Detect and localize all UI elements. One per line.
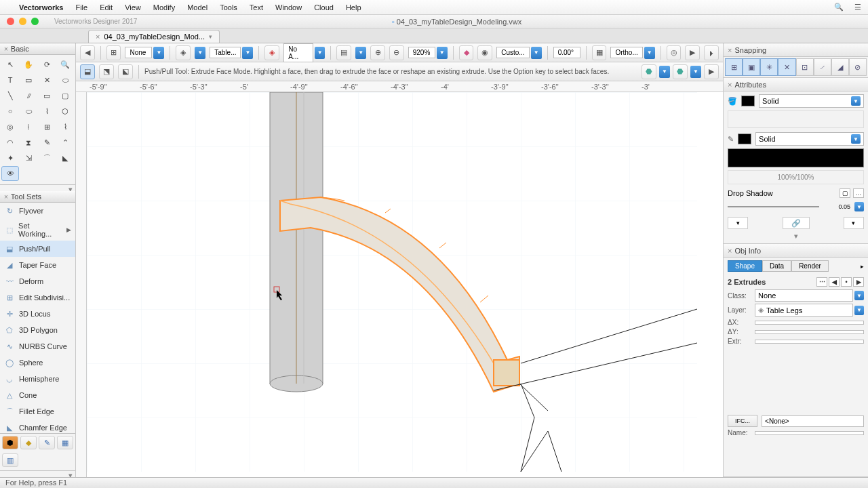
grid-tool[interactable]: ⊞ [38,119,56,134]
menu-edit[interactable]: Edit [100,3,113,12]
sel-next-button[interactable]: ▶ [853,277,864,287]
tab-overflow-icon[interactable]: ▸ [861,263,864,270]
window-close-button[interactable] [7,18,14,25]
toolset-cat-1[interactable]: ⬢ [2,436,18,449]
toolset-item-sphere[interactable]: ◯Sphere [0,354,75,371]
ds-toggle[interactable]: ▢ [840,188,850,198]
reshape-tool[interactable]: ⬭ [56,73,74,87]
oval-tool[interactable]: ⬭ [20,104,37,119]
saved-view-button[interactable]: ▤ [336,45,351,60]
delete-tool[interactable]: ✕ [38,73,56,87]
rounded-rect-tool[interactable]: ▢ [56,88,74,103]
pan-tool[interactable]: ✋ [20,57,37,72]
clip-tool[interactable]: ⌒ [38,150,56,165]
toolset-item-cone[interactable]: △Cone [0,387,75,403]
window-zoom-button[interactable] [31,18,39,25]
tab-chevron-icon[interactable]: ▾ [209,33,212,40]
snap-smart-button[interactable]: ⊡ [796,58,814,76]
pen-mode-dropdown[interactable]: Solid▼ [755,132,864,146]
toolset-item-chamfer-edge[interactable]: ◣Chamfer Edge [0,420,75,433]
line-weight-chev[interactable]: ▼ [854,202,864,211]
dy-field[interactable] [755,330,864,334]
freehand-tool[interactable]: ⌇ [56,119,74,134]
dx-field[interactable] [755,321,864,325]
snap-grid-button[interactable]: ⊞ [725,58,743,76]
sel-prev-button[interactable]: ◀ [829,277,840,287]
nav-back-button[interactable]: ◀ [80,45,95,60]
toolsets-close-icon[interactable]: × [4,193,8,201]
text-tool[interactable]: T [1,73,19,87]
name-field[interactable] [755,431,864,435]
spiral-tool[interactable]: ◎ [1,119,19,134]
class-dropdown[interactable]: No A...▼ [283,43,325,62]
help-b-chev[interactable]: ▼ [690,64,701,79]
toolset-item-3d-polygon[interactable]: ⬠3D Polygon [0,322,75,338]
toolset-cat-3[interactable]: ✎ [39,436,55,449]
visibility-tool[interactable]: 👁 [1,166,19,181]
extr-field[interactable] [755,340,864,344]
eyedrop-tool[interactable]: ⁞ [20,119,37,134]
selection-tool[interactable]: ↖ [1,57,19,72]
toolset-item-fillet-edge[interactable]: ⌒Fillet Edge [0,403,75,420]
pen-swatch[interactable] [738,134,751,144]
locus-tool[interactable]: ✦ [1,150,19,165]
menu-modify[interactable]: Modify [153,3,175,12]
zoom-in-button[interactable]: ⊕ [370,45,385,60]
toolset-item-nurbs-curve[interactable]: ∿NURBS Curve [0,338,75,354]
snap-angle-button[interactable]: ✳ [760,58,778,76]
toolset-item-flyover[interactable]: ↻Flyover [0,203,75,219]
plane-button[interactable]: ▦ [592,45,607,60]
saved-view-chev[interactable]: ▼ [355,47,366,59]
circle-tool[interactable]: ○ [1,104,19,119]
attributes-close-icon[interactable]: × [728,81,732,89]
fill-swatch[interactable] [741,96,755,106]
toolset-item-push-pull[interactable]: ⬓Push/Pull [0,241,75,257]
snap-distance-button[interactable]: ⟋ [814,58,831,76]
snap-tangent-button[interactable]: ⊘ [849,58,867,76]
help-a-chev[interactable]: ▼ [659,64,670,79]
window-minimize-button[interactable] [19,18,26,25]
pen-icon[interactable]: ✎ [728,135,734,144]
zoom-dropdown[interactable]: 920%▼ [408,47,448,59]
menu-text[interactable]: Text [250,3,263,12]
menu-help[interactable]: Help [346,3,361,12]
class-dropdown[interactable]: None [755,289,853,302]
toolset-item-deform[interactable]: 〰Deform [0,273,75,289]
polyline-tool[interactable]: ⌇ [38,104,56,119]
layer-chev[interactable]: ▼ [195,47,205,59]
help-b-button[interactable]: ⬣ [673,64,688,79]
marker-end[interactable]: ▾ [844,217,864,229]
attribute-tool[interactable]: ✎ [38,135,56,150]
tab-data[interactable]: Data [762,260,791,272]
toolset-item-edit-subdivisi-[interactable]: ⊞Edit Subdivisi... [0,289,75,306]
unified-view-button[interactable]: ◎ [667,45,682,60]
menu-tools[interactable]: Tools [220,3,237,12]
toolset-cat-2[interactable]: ◆ [20,436,37,449]
snap-intersect-button[interactable]: ✕ [778,58,795,76]
fillet-tool[interactable]: ⌃ [56,135,74,150]
class-chev-icon[interactable]: ▼ [854,291,864,300]
snap-edge-button[interactable]: ◢ [831,58,849,76]
layer-chev-icon[interactable]: ▼ [854,306,864,315]
help-a-button[interactable]: ⬣ [642,64,656,79]
toolset-item-taper-face[interactable]: ◢Taper Face [0,257,75,273]
palette-close-icon[interactable]: × [4,45,8,53]
toolset-cat-4[interactable]: ▦ [57,436,73,449]
tab-render[interactable]: Render [791,260,829,272]
line-weight-slider[interactable] [728,206,819,207]
offset-tool[interactable]: ⇲ [20,150,37,165]
snapping-close-icon[interactable]: × [728,46,732,54]
class-button[interactable]: ◈ [264,45,279,60]
sel-options-button[interactable]: ⋯ [816,277,827,287]
palette-resize-icon[interactable]: ▾ [0,184,75,190]
tab-shape[interactable]: Shape [728,260,762,272]
line-tool[interactable]: ╲ [1,88,19,103]
menu-cloud[interactable]: Cloud [314,3,334,12]
layer-dropdown[interactable]: Table...▼ [210,47,253,59]
sel-current-button[interactable]: • [841,277,852,287]
toolset-item-3d-locus[interactable]: ✛3D Locus [0,306,75,322]
toolset-resize-icon[interactable]: ▾ [0,470,75,476]
toolset-item-set-working-[interactable]: ⬚Set Working...▶ [0,219,75,241]
flyover-tool[interactable]: ⟳ [38,57,56,72]
attr-expand-icon[interactable]: ▾ [728,232,864,241]
